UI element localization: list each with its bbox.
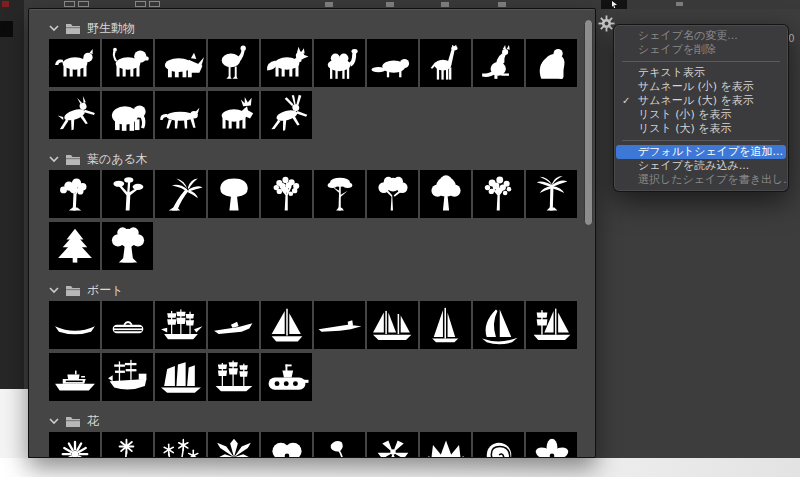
chevron-down-icon: [49, 287, 59, 294]
shape-tile-spreading-tree[interactable]: [367, 170, 418, 218]
shape-tile-gorilla[interactable]: [526, 39, 577, 87]
group-header-boats[interactable]: ボート: [49, 279, 595, 301]
shape-tile-three-sail-schooner[interactable]: [155, 353, 206, 401]
shape-tile-oak-tree[interactable]: [102, 222, 153, 270]
shape-tile-tall-palm[interactable]: [526, 170, 577, 218]
group-header-wild-animals[interactable]: 野生動物: [49, 17, 595, 39]
shape-tile-giraffe[interactable]: [420, 39, 471, 87]
group-label: 花: [87, 413, 99, 430]
shape-tile-galleon[interactable]: [102, 353, 153, 401]
shape-groups: 野生動物葉のある木ボート花: [49, 17, 595, 457]
shape-tile-tiger[interactable]: [49, 39, 100, 87]
menu-separator: [622, 61, 780, 62]
menu-item-4[interactable]: サムネール (小) を表示: [614, 80, 788, 94]
folder-icon: [65, 153, 81, 166]
shape-tile-flower-on-stem[interactable]: [102, 432, 153, 457]
shape-tile-small-canopy-tree[interactable]: [314, 170, 365, 218]
shape-tile-round-crown-tree[interactable]: [208, 170, 259, 218]
document-canvas-fragment: [0, 458, 800, 477]
menu-item-0: シェイプ名の変更...: [614, 29, 788, 43]
shape-tile-lion[interactable]: [102, 39, 153, 87]
shape-tile-panther[interactable]: [155, 91, 206, 139]
tile-grid-wild-animals: [49, 39, 595, 139]
group-header-leafy-trees[interactable]: 葉のある木: [49, 148, 595, 170]
shape-tile-hydroplane[interactable]: [314, 301, 365, 349]
shape-tile-ostrich[interactable]: [208, 39, 259, 87]
menu-item-label: リスト (大) を表示: [638, 122, 732, 135]
menu-item-7[interactable]: リスト (大) を表示: [614, 122, 788, 136]
menu-item-10[interactable]: シェイプを読み込み...: [614, 159, 788, 173]
shape-tile-sailboat[interactable]: [261, 301, 312, 349]
tile-grid-leafy-trees: [49, 170, 595, 270]
shape-tile-wolf[interactable]: [261, 39, 312, 87]
shape-tile-dense-round-tree[interactable]: [420, 170, 471, 218]
group-label: 野生動物: [87, 20, 135, 37]
shape-tile-rose[interactable]: [473, 432, 524, 457]
folder-icon: [65, 284, 81, 297]
shape-tile-motor-yacht[interactable]: [49, 353, 100, 401]
shape-tile-moose[interactable]: [208, 91, 259, 139]
shape-tile-kangaroo[interactable]: [473, 39, 524, 87]
shape-tile-tall-ship[interactable]: [208, 353, 259, 401]
shape-group-leafy-trees: 葉のある木: [49, 148, 595, 270]
shape-tile-wildflowers[interactable]: [155, 432, 206, 457]
toolbar-icon-fragment: [64, 1, 75, 7]
tools-panel-strip: [0, 0, 24, 389]
menu-item-label: サムネール (大) を表示: [638, 94, 754, 107]
menu-item-label: テキスト表示: [638, 66, 705, 79]
shape-tile-bent-palm[interactable]: [155, 170, 206, 218]
shape-tile-rhinoceros[interactable]: [155, 39, 206, 87]
shape-tile-submarine[interactable]: [261, 353, 312, 401]
shape-tile-barque[interactable]: [526, 301, 577, 349]
shape-tile-camel[interactable]: [314, 39, 365, 87]
menu-item-6[interactable]: リスト (小) を表示: [614, 108, 788, 122]
group-label: 葉のある木: [87, 151, 148, 168]
shape-group-wild-animals: 野生動物: [49, 17, 595, 139]
shape-tile-sparse-branch-tree[interactable]: [102, 170, 153, 218]
tool-button-fragment[interactable]: [0, 21, 13, 37]
shape-tile-sloop[interactable]: [420, 301, 471, 349]
menu-separator: [622, 140, 780, 141]
toolbar-icon-fragment: [441, 2, 449, 7]
shape-tile-daisy[interactable]: [49, 432, 100, 457]
shape-tile-canoe[interactable]: [49, 301, 100, 349]
toolbar-icon-fragment: [149, 1, 160, 7]
shape-tile-tulip-bud[interactable]: [314, 432, 365, 457]
shape-tile-scraggly-tree[interactable]: [49, 170, 100, 218]
shape-tile-leaping-deer[interactable]: [49, 91, 100, 139]
toolbar-icon-fragment: [498, 2, 506, 7]
shape-tile-dotted-leaf-tree[interactable]: [261, 170, 312, 218]
menu-item-3[interactable]: テキスト表示: [614, 66, 788, 80]
shape-tile-clipper-ship[interactable]: [155, 301, 206, 349]
tile-grid-flowers: [49, 432, 595, 457]
group-label: ボート: [87, 282, 124, 299]
shape-tile-speedboat[interactable]: [208, 301, 259, 349]
shape-tile-elephant[interactable]: [102, 91, 153, 139]
shape-tile-leaping-stag[interactable]: [261, 91, 312, 139]
shapes-panel-menu: シェイプ名の変更...シェイプを削除テキスト表示サムネール (小) を表示✓サム…: [613, 24, 789, 192]
shape-tile-orchid[interactable]: [367, 432, 418, 457]
chevron-down-icon: [49, 418, 59, 425]
shape-tile-lily[interactable]: [208, 432, 259, 457]
shape-tile-pansy[interactable]: [261, 432, 312, 457]
pressed-tool-button[interactable]: [601, 0, 627, 9]
shape-group-flowers: 花: [49, 410, 595, 457]
menu-item-1: シェイプを削除: [614, 43, 788, 57]
shape-tile-beaver[interactable]: [367, 39, 418, 87]
menu-item-9[interactable]: デフォルトシェイプを追加...: [616, 145, 786, 159]
shape-tile-schooner[interactable]: [367, 301, 418, 349]
shape-tile-rowboat[interactable]: [102, 301, 153, 349]
shape-tile-lotus[interactable]: [420, 432, 471, 457]
shape-tile-airy-leaf-tree[interactable]: [473, 170, 524, 218]
shape-tile-fir-tree[interactable]: [49, 222, 100, 270]
toolbar-icon-fragment: [386, 2, 394, 7]
toolbar-icon-fragment: [676, 2, 683, 6]
vertical-scrollbar-thumb[interactable]: [584, 19, 593, 226]
menu-item-5[interactable]: ✓サムネール (大) を表示: [614, 94, 788, 108]
group-header-flowers[interactable]: 花: [49, 410, 595, 432]
tile-grid-boats: [49, 301, 595, 401]
checkmark-icon: ✓: [622, 95, 630, 107]
toolbar-icon-fragment: [135, 1, 146, 7]
shape-tile-spinnaker-sailboat[interactable]: [473, 301, 524, 349]
shape-tile-plumeria[interactable]: [526, 432, 577, 457]
